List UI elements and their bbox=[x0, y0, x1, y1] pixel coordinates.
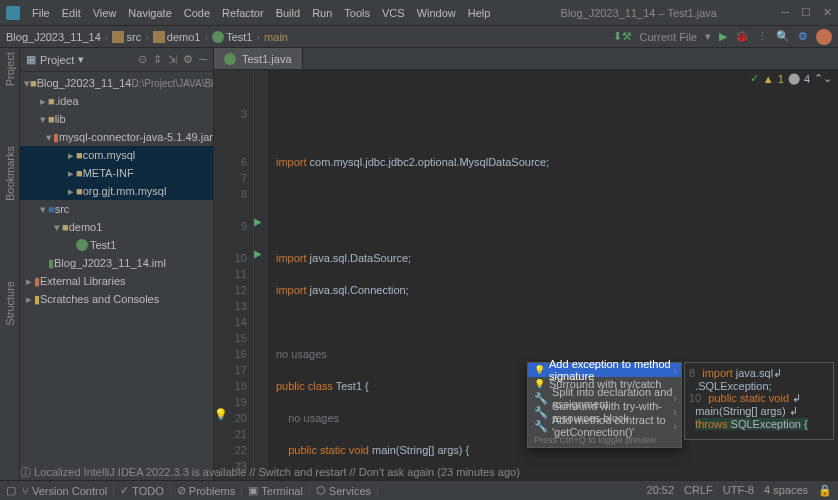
tree-ext[interactable]: External Libraries bbox=[40, 275, 126, 287]
debug-icon[interactable]: 🐞 bbox=[735, 30, 749, 43]
status-services[interactable]: ⬡Services bbox=[310, 484, 378, 497]
status-problems[interactable]: ⊘Problems bbox=[171, 484, 242, 497]
tool-bookmarks[interactable]: Bookmarks bbox=[4, 146, 16, 201]
tree-scratch[interactable]: Scratches and Consoles bbox=[40, 293, 159, 305]
menu-window[interactable]: Window bbox=[411, 5, 462, 21]
tree-demo1[interactable]: demo1 bbox=[69, 221, 103, 233]
window-title: Blog_J2023_11_14 – Test1.java bbox=[496, 7, 781, 19]
project-tab-icon: ▦ bbox=[26, 53, 36, 66]
tree-iml[interactable]: Blog_J2023_11_14.iml bbox=[54, 257, 166, 269]
run-config-dropdown[interactable]: Current File bbox=[640, 31, 697, 43]
select-opened-icon[interactable]: ⊙ bbox=[138, 53, 147, 66]
tree-root-path: D:\Project\JAVA\Blog_J2023_11_14 bbox=[131, 78, 213, 89]
run-gutter-icon[interactable]: ▶ bbox=[254, 214, 268, 230]
tab-label: Test1.java bbox=[242, 53, 292, 65]
menu-tools[interactable]: Tools bbox=[338, 5, 376, 21]
class-icon bbox=[212, 31, 224, 43]
menu-refactor[interactable]: Refactor bbox=[216, 5, 270, 21]
chevron-icon: › bbox=[145, 31, 149, 43]
wrench-icon: 🔧 bbox=[534, 392, 548, 405]
status-vcs[interactable]: ⑂Version Control bbox=[16, 485, 114, 497]
tree-idea[interactable]: .idea bbox=[55, 95, 79, 107]
terminal-icon: ▣ bbox=[248, 484, 258, 497]
close-icon[interactable]: ✕ bbox=[823, 6, 832, 19]
tree-root[interactable]: Blog_J2023_11_14 bbox=[37, 77, 132, 89]
project-tree[interactable]: ▾■ Blog_J2023_11_14 D:\Project\JAVA\Blog… bbox=[20, 72, 213, 480]
indent[interactable]: 4 spaces bbox=[764, 484, 808, 497]
menu-navigate[interactable]: Navigate bbox=[122, 5, 177, 21]
chevron-icon: › bbox=[105, 31, 109, 43]
avatar[interactable] bbox=[816, 29, 832, 45]
encoding[interactable]: UTF-8 bbox=[723, 484, 754, 497]
minimize-icon[interactable]: ─ bbox=[781, 6, 789, 19]
menu-vcs[interactable]: VCS bbox=[376, 5, 411, 21]
crumb-class[interactable]: Test1 bbox=[226, 31, 252, 43]
intention-item[interactable]: 🔧Add method contract to 'getConnection()… bbox=[528, 419, 681, 433]
wrench-icon: 🔧 bbox=[534, 420, 548, 433]
menu-help[interactable]: Help bbox=[462, 5, 497, 21]
maximize-icon[interactable]: ☐ bbox=[801, 6, 811, 19]
bulb-icon: 💡 bbox=[534, 365, 545, 375]
menu-edit[interactable]: Edit bbox=[56, 5, 87, 21]
todo-icon: ✓ bbox=[120, 484, 129, 497]
sidebar-title: Project bbox=[40, 54, 74, 66]
tree-pkg2[interactable]: META-INF bbox=[83, 167, 134, 179]
caret-pos[interactable]: 20:52 bbox=[647, 484, 675, 497]
search-icon[interactable]: 🔍 bbox=[776, 30, 790, 43]
tree-test1[interactable]: Test1 bbox=[90, 239, 116, 251]
tree-lib[interactable]: lib bbox=[55, 113, 66, 125]
gear-icon[interactable]: ⚙ bbox=[183, 53, 193, 66]
intention-popup: 💡Add exception to method signature› 💡Sur… bbox=[527, 362, 682, 448]
intention-item[interactable]: 💡Add exception to method signature› bbox=[528, 363, 681, 377]
crumb-src[interactable]: src bbox=[126, 31, 141, 43]
collapse-icon[interactable]: ⇲ bbox=[168, 53, 177, 66]
tree-pkg1[interactable]: com.mysql bbox=[83, 149, 136, 161]
bulb-icon: 💡 bbox=[534, 379, 545, 389]
package-icon bbox=[153, 31, 165, 43]
tree-jar[interactable]: mysql-connector-java-5.1.49.jar bbox=[59, 131, 213, 143]
menu-file[interactable]: File bbox=[26, 5, 56, 21]
crumb-pkg[interactable]: demo1 bbox=[167, 31, 201, 43]
chevron-down-icon[interactable]: ▾ bbox=[78, 53, 84, 66]
wrench-icon: 🔧 bbox=[534, 406, 548, 419]
status-terminal[interactable]: ▣Terminal bbox=[242, 484, 310, 497]
chevron-down-icon[interactable]: ▾ bbox=[705, 30, 711, 43]
services-icon: ⬡ bbox=[316, 484, 326, 497]
intention-preview: 8 import java.sql↲ .SQLException; 10 pub… bbox=[684, 362, 834, 440]
tree-pkg3[interactable]: org.gjt.mm.mysql bbox=[83, 185, 167, 197]
status-tip: Localized IntelliJ IDEA 2022.3.3 is avai… bbox=[34, 466, 520, 478]
tool-structure[interactable]: Structure bbox=[4, 281, 16, 326]
hide-icon[interactable]: ─ bbox=[199, 53, 207, 66]
menu-run[interactable]: Run bbox=[306, 5, 338, 21]
project-sidebar: ▦ Project ▾ ⊙ ⇕ ⇲ ⚙ ─ ▾■ Blog_J2023_11_1… bbox=[20, 48, 214, 480]
app-icon bbox=[6, 6, 20, 20]
editor-tab[interactable]: Test1.java bbox=[214, 48, 303, 69]
run-gutter-icon[interactable]: ▶ bbox=[254, 246, 268, 262]
expand-all-icon[interactable]: ⇕ bbox=[153, 53, 162, 66]
chevron-right-icon: › bbox=[673, 364, 677, 376]
class-icon bbox=[224, 53, 236, 65]
lock-icon[interactable]: 🔒 bbox=[818, 484, 832, 497]
settings-icon[interactable]: ⚙ bbox=[798, 30, 808, 43]
bulb-icon[interactable]: 💡 bbox=[214, 406, 228, 422]
notification-icon[interactable]: ⓘ bbox=[20, 466, 34, 478]
line-sep[interactable]: CRLF bbox=[684, 484, 713, 497]
crumb-project[interactable]: Blog_J2023_11_14 bbox=[6, 31, 101, 43]
build-icon[interactable]: ⬇⚒ bbox=[613, 30, 632, 43]
run-icon[interactable]: ▶ bbox=[719, 30, 727, 43]
marker-gutter[interactable]: ▶ ▶ 💡 bbox=[254, 70, 268, 480]
chevron-icon: › bbox=[256, 31, 260, 43]
tool-project[interactable]: Project bbox=[4, 52, 16, 86]
usage-hint: no usages bbox=[288, 412, 339, 424]
tree-src[interactable]: src bbox=[55, 203, 70, 215]
crumb-main[interactable]: main bbox=[264, 31, 288, 43]
more-icon[interactable]: ⋮ bbox=[757, 30, 768, 43]
chevron-icon: › bbox=[204, 31, 208, 43]
menu-build[interactable]: Build bbox=[270, 5, 306, 21]
folder-icon bbox=[112, 31, 124, 43]
branch-icon: ⑂ bbox=[22, 485, 29, 497]
tool-window-toggle-icon[interactable]: ▢ bbox=[6, 484, 16, 497]
status-todo[interactable]: ✓TODO bbox=[114, 484, 171, 497]
menu-code[interactable]: Code bbox=[178, 5, 216, 21]
menu-view[interactable]: View bbox=[87, 5, 123, 21]
